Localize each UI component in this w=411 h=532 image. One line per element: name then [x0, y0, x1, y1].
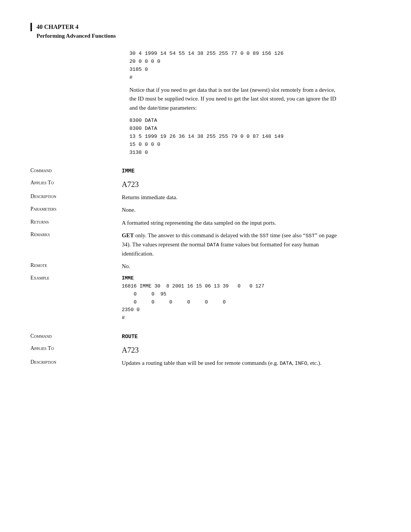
content-example-1: IMME 16816 IMME 30 8 2001 16 15 06 13 39… [122, 275, 342, 322]
chapter-bar [30, 23, 32, 31]
label-description-2: Description [30, 359, 122, 365]
content-parameters-1: None. [122, 206, 342, 214]
content-returns-1: A formatted string representing the data… [122, 219, 342, 227]
chapter-header: 40 CHAPTER 4 [30, 23, 381, 31]
section-description-2: Description Updates a routing table than… [30, 359, 381, 368]
section-description-1: Description Returns immediate data. [30, 193, 381, 202]
chapter-number: 40 [37, 24, 43, 30]
content-description-1: Returns immediate data. [122, 193, 342, 202]
label-applies-to-1: Applies To [30, 179, 122, 186]
content-remarks-1: GET only. The answer to this command is … [122, 231, 342, 258]
label-example-1: Example [30, 275, 122, 281]
section-remarks-1: Remarks GET only. The answer to this com… [30, 231, 381, 258]
content-description-2: Updates a routing table than will be use… [122, 359, 342, 368]
label-returns-1: Returns [30, 219, 122, 225]
content-command-1: IMME [122, 167, 342, 176]
label-parameters-1: Parameters [30, 206, 122, 212]
prose-paragraph-1: Notice that if you need to get data that… [129, 86, 342, 112]
section-parameters-1: Parameters None. [30, 206, 381, 214]
content-applies-to-1: A723 [122, 179, 342, 189]
section-remote-1: Remote No. [30, 262, 381, 271]
label-description-1: Description [30, 193, 122, 200]
section-command-2: Command ROUTE [30, 333, 381, 341]
top-code-block: 30 4 1999 14 54 55 14 38 255 255 77 0 0 … [129, 50, 381, 82]
page: 40 CHAPTER 4 Performing Advanced Functio… [0, 0, 411, 532]
example-code-block: 16816 IMME 30 8 2001 16 15 06 13 39 0 0 … [122, 283, 342, 322]
middle-code-block: 8300 DATA 8300 DATA 13 5 1999 19 26 36 1… [129, 117, 381, 157]
content-remote-1: No. [122, 262, 342, 271]
example-command-label: IMME [122, 275, 342, 283]
label-command-1: Command [30, 167, 122, 174]
label-remote-1: Remote [30, 262, 122, 268]
chapter-title: 40 CHAPTER 4 [37, 23, 78, 31]
label-applies-to-2: Applies To [30, 345, 122, 351]
section-returns-1: Returns A formatted string representing … [30, 219, 381, 227]
section-applies-to-1: Applies To A723 [30, 179, 381, 189]
section-command-1: Command IMME [30, 167, 381, 176]
chapter-subtitle: Performing Advanced Functions [37, 33, 381, 39]
section-example-1: Example IMME 16816 IMME 30 8 2001 16 15 … [30, 275, 381, 322]
label-remarks-1: Remarks [30, 231, 122, 238]
label-command-2: Command [30, 333, 122, 339]
content-command-2: ROUTE [122, 333, 342, 341]
section-applies-to-2: Applies To A723 [30, 345, 381, 355]
chapter-label-text: CHAPTER 4 [44, 24, 78, 30]
content-applies-to-2: A723 [122, 345, 342, 355]
